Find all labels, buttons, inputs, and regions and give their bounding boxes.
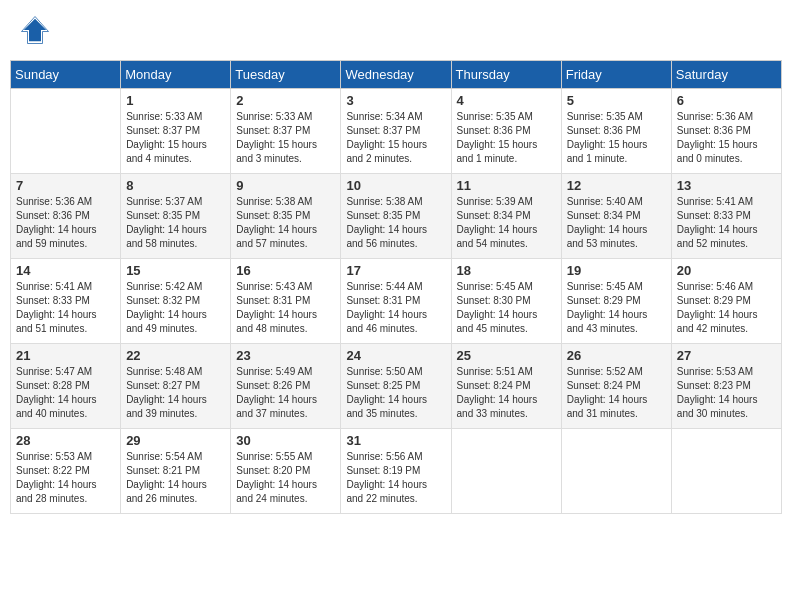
day-info: Sunrise: 5:53 AMSunset: 8:23 PMDaylight:… [677, 365, 776, 421]
calendar-cell: 9Sunrise: 5:38 AMSunset: 8:35 PMDaylight… [231, 174, 341, 259]
day-number: 27 [677, 348, 776, 363]
day-info: Sunrise: 5:48 AMSunset: 8:27 PMDaylight:… [126, 365, 225, 421]
calendar-cell: 10Sunrise: 5:38 AMSunset: 8:35 PMDayligh… [341, 174, 451, 259]
column-header-wednesday: Wednesday [341, 61, 451, 89]
calendar-cell: 30Sunrise: 5:55 AMSunset: 8:20 PMDayligh… [231, 429, 341, 514]
day-number: 16 [236, 263, 335, 278]
day-number: 4 [457, 93, 556, 108]
calendar-cell: 3Sunrise: 5:34 AMSunset: 8:37 PMDaylight… [341, 89, 451, 174]
day-info: Sunrise: 5:46 AMSunset: 8:29 PMDaylight:… [677, 280, 776, 336]
calendar-cell: 6Sunrise: 5:36 AMSunset: 8:36 PMDaylight… [671, 89, 781, 174]
day-number: 22 [126, 348, 225, 363]
day-info: Sunrise: 5:49 AMSunset: 8:26 PMDaylight:… [236, 365, 335, 421]
page-header [10, 10, 782, 50]
day-number: 25 [457, 348, 556, 363]
day-info: Sunrise: 5:34 AMSunset: 8:37 PMDaylight:… [346, 110, 445, 166]
calendar-cell: 2Sunrise: 5:33 AMSunset: 8:37 PMDaylight… [231, 89, 341, 174]
day-number: 11 [457, 178, 556, 193]
day-info: Sunrise: 5:52 AMSunset: 8:24 PMDaylight:… [567, 365, 666, 421]
day-info: Sunrise: 5:45 AMSunset: 8:30 PMDaylight:… [457, 280, 556, 336]
day-info: Sunrise: 5:36 AMSunset: 8:36 PMDaylight:… [677, 110, 776, 166]
day-number: 19 [567, 263, 666, 278]
day-number: 17 [346, 263, 445, 278]
calendar-cell: 11Sunrise: 5:39 AMSunset: 8:34 PMDayligh… [451, 174, 561, 259]
day-number: 26 [567, 348, 666, 363]
calendar-cell: 21Sunrise: 5:47 AMSunset: 8:28 PMDayligh… [11, 344, 121, 429]
column-header-tuesday: Tuesday [231, 61, 341, 89]
day-number: 24 [346, 348, 445, 363]
calendar-cell: 15Sunrise: 5:42 AMSunset: 8:32 PMDayligh… [121, 259, 231, 344]
calendar-cell: 23Sunrise: 5:49 AMSunset: 8:26 PMDayligh… [231, 344, 341, 429]
day-number: 10 [346, 178, 445, 193]
day-number: 12 [567, 178, 666, 193]
day-info: Sunrise: 5:35 AMSunset: 8:36 PMDaylight:… [567, 110, 666, 166]
day-number: 3 [346, 93, 445, 108]
day-number: 23 [236, 348, 335, 363]
calendar-cell: 18Sunrise: 5:45 AMSunset: 8:30 PMDayligh… [451, 259, 561, 344]
calendar-cell: 24Sunrise: 5:50 AMSunset: 8:25 PMDayligh… [341, 344, 451, 429]
day-info: Sunrise: 5:47 AMSunset: 8:28 PMDaylight:… [16, 365, 115, 421]
calendar-cell: 1Sunrise: 5:33 AMSunset: 8:37 PMDaylight… [121, 89, 231, 174]
day-info: Sunrise: 5:50 AMSunset: 8:25 PMDaylight:… [346, 365, 445, 421]
day-number: 28 [16, 433, 115, 448]
calendar-table: SundayMondayTuesdayWednesdayThursdayFrid… [10, 60, 782, 514]
day-info: Sunrise: 5:36 AMSunset: 8:36 PMDaylight:… [16, 195, 115, 251]
calendar-cell: 25Sunrise: 5:51 AMSunset: 8:24 PMDayligh… [451, 344, 561, 429]
calendar-cell: 19Sunrise: 5:45 AMSunset: 8:29 PMDayligh… [561, 259, 671, 344]
day-info: Sunrise: 5:41 AMSunset: 8:33 PMDaylight:… [677, 195, 776, 251]
day-info: Sunrise: 5:51 AMSunset: 8:24 PMDaylight:… [457, 365, 556, 421]
calendar-cell: 8Sunrise: 5:37 AMSunset: 8:35 PMDaylight… [121, 174, 231, 259]
column-header-friday: Friday [561, 61, 671, 89]
calendar-cell: 16Sunrise: 5:43 AMSunset: 8:31 PMDayligh… [231, 259, 341, 344]
calendar-cell: 5Sunrise: 5:35 AMSunset: 8:36 PMDaylight… [561, 89, 671, 174]
calendar-week-row: 28Sunrise: 5:53 AMSunset: 8:22 PMDayligh… [11, 429, 782, 514]
calendar-cell: 17Sunrise: 5:44 AMSunset: 8:31 PMDayligh… [341, 259, 451, 344]
day-number: 9 [236, 178, 335, 193]
calendar-week-row: 21Sunrise: 5:47 AMSunset: 8:28 PMDayligh… [11, 344, 782, 429]
calendar-cell: 7Sunrise: 5:36 AMSunset: 8:36 PMDaylight… [11, 174, 121, 259]
day-info: Sunrise: 5:53 AMSunset: 8:22 PMDaylight:… [16, 450, 115, 506]
day-number: 30 [236, 433, 335, 448]
day-info: Sunrise: 5:38 AMSunset: 8:35 PMDaylight:… [346, 195, 445, 251]
day-info: Sunrise: 5:41 AMSunset: 8:33 PMDaylight:… [16, 280, 115, 336]
day-number: 31 [346, 433, 445, 448]
calendar-cell: 22Sunrise: 5:48 AMSunset: 8:27 PMDayligh… [121, 344, 231, 429]
column-header-saturday: Saturday [671, 61, 781, 89]
day-info: Sunrise: 5:40 AMSunset: 8:34 PMDaylight:… [567, 195, 666, 251]
calendar-cell [451, 429, 561, 514]
day-number: 20 [677, 263, 776, 278]
calendar-cell: 12Sunrise: 5:40 AMSunset: 8:34 PMDayligh… [561, 174, 671, 259]
day-info: Sunrise: 5:43 AMSunset: 8:31 PMDaylight:… [236, 280, 335, 336]
day-info: Sunrise: 5:45 AMSunset: 8:29 PMDaylight:… [567, 280, 666, 336]
calendar-week-row: 14Sunrise: 5:41 AMSunset: 8:33 PMDayligh… [11, 259, 782, 344]
day-number: 5 [567, 93, 666, 108]
calendar-cell: 14Sunrise: 5:41 AMSunset: 8:33 PMDayligh… [11, 259, 121, 344]
day-number: 6 [677, 93, 776, 108]
calendar-cell: 31Sunrise: 5:56 AMSunset: 8:19 PMDayligh… [341, 429, 451, 514]
day-number: 21 [16, 348, 115, 363]
day-number: 29 [126, 433, 225, 448]
day-number: 14 [16, 263, 115, 278]
day-number: 1 [126, 93, 225, 108]
day-number: 18 [457, 263, 556, 278]
calendar-cell: 28Sunrise: 5:53 AMSunset: 8:22 PMDayligh… [11, 429, 121, 514]
calendar-cell: 13Sunrise: 5:41 AMSunset: 8:33 PMDayligh… [671, 174, 781, 259]
day-info: Sunrise: 5:35 AMSunset: 8:36 PMDaylight:… [457, 110, 556, 166]
calendar-cell: 29Sunrise: 5:54 AMSunset: 8:21 PMDayligh… [121, 429, 231, 514]
day-info: Sunrise: 5:56 AMSunset: 8:19 PMDaylight:… [346, 450, 445, 506]
logo [20, 15, 54, 45]
calendar-cell [561, 429, 671, 514]
calendar-cell [671, 429, 781, 514]
column-header-monday: Monday [121, 61, 231, 89]
calendar-cell: 4Sunrise: 5:35 AMSunset: 8:36 PMDaylight… [451, 89, 561, 174]
day-number: 8 [126, 178, 225, 193]
logo-icon [20, 15, 50, 45]
day-info: Sunrise: 5:42 AMSunset: 8:32 PMDaylight:… [126, 280, 225, 336]
day-number: 15 [126, 263, 225, 278]
column-header-sunday: Sunday [11, 61, 121, 89]
day-number: 7 [16, 178, 115, 193]
calendar-week-row: 7Sunrise: 5:36 AMSunset: 8:36 PMDaylight… [11, 174, 782, 259]
day-info: Sunrise: 5:44 AMSunset: 8:31 PMDaylight:… [346, 280, 445, 336]
column-header-thursday: Thursday [451, 61, 561, 89]
day-number: 13 [677, 178, 776, 193]
